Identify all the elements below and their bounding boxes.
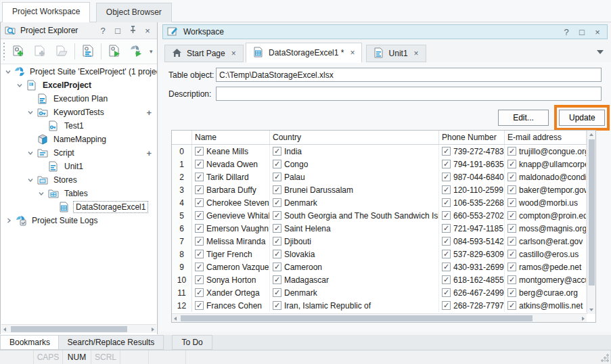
checkbox-checked[interactable]: ✓ bbox=[442, 263, 451, 271]
tree-item-tables[interactable]: Tables bbox=[1, 187, 157, 200]
checkbox-checked[interactable]: ✓ bbox=[273, 198, 281, 207]
checkbox-checked[interactable]: ✓ bbox=[442, 250, 451, 258]
tree-item-test1[interactable]: Test1 bbox=[1, 119, 157, 133]
checkbox-checked[interactable]: ✓ bbox=[195, 250, 204, 258]
checkbox-checked[interactable]: ✓ bbox=[442, 211, 451, 220]
checkbox-checked[interactable]: ✓ bbox=[507, 275, 516, 284]
maximize-icon[interactable]: □ bbox=[576, 27, 587, 37]
checkbox-checked[interactable]: ✓ bbox=[195, 301, 204, 310]
checkbox-checked[interactable]: ✓ bbox=[507, 224, 516, 233]
add-project-button[interactable] bbox=[8, 41, 28, 62]
chevron-expanded-icon[interactable] bbox=[26, 109, 35, 116]
checkbox-checked[interactable]: ✓ bbox=[195, 224, 204, 233]
tree-item-project-suite-logs[interactable]: Project Suite Logs bbox=[1, 214, 157, 227]
run-options-dropdown-icon[interactable]: ▾ bbox=[148, 48, 155, 55]
main-tab-object-browser[interactable]: Object Browser bbox=[96, 3, 172, 22]
checkbox-checked[interactable]: ✓ bbox=[442, 275, 451, 284]
checkbox-checked[interactable]: ✓ bbox=[507, 288, 516, 297]
checkbox-checked[interactable]: ✓ bbox=[273, 237, 281, 246]
tree-item-script[interactable]: Script+ bbox=[1, 146, 157, 160]
tree-item-project-suite-excelproject-1-project-[interactable]: Project Suite 'ExcelProject' (1 project) bbox=[1, 65, 157, 78]
checkbox-checked[interactable]: ✓ bbox=[507, 173, 516, 181]
checkbox-checked[interactable]: ✓ bbox=[195, 173, 204, 181]
doc-tab-start-page[interactable]: Start Page× bbox=[164, 45, 244, 62]
checkbox-checked[interactable]: ✓ bbox=[507, 263, 516, 271]
checkbox-checked[interactable]: ✓ bbox=[273, 160, 281, 168]
close-icon[interactable]: × bbox=[592, 27, 603, 37]
checkbox-checked[interactable]: ✓ bbox=[273, 250, 281, 258]
tree-item-excelproject[interactable]: ExcelProject bbox=[1, 78, 157, 92]
grid-column-header-country[interactable]: Country bbox=[270, 131, 439, 144]
help-icon[interactable]: ? bbox=[97, 26, 108, 36]
checkbox-checked[interactable]: ✓ bbox=[442, 198, 451, 207]
maximize-icon[interactable]: □ bbox=[112, 26, 123, 36]
main-tab-project-workspace[interactable]: Project Workspace bbox=[2, 2, 90, 22]
checkbox-checked[interactable]: ✓ bbox=[195, 275, 204, 284]
chevron-expanded-icon[interactable] bbox=[5, 68, 12, 75]
tree-item-keywordtests[interactable]: KeywordTests+ bbox=[1, 106, 157, 119]
checkbox-checked[interactable]: ✓ bbox=[273, 263, 281, 271]
tree-horizontal-scrollbar[interactable] bbox=[1, 324, 156, 333]
chevron-expanded-icon[interactable] bbox=[16, 82, 24, 89]
checkbox-checked[interactable]: ✓ bbox=[273, 275, 281, 284]
pin-icon[interactable] bbox=[127, 26, 138, 36]
checkbox-checked[interactable]: ✓ bbox=[442, 185, 451, 194]
tree-item-unit1[interactable]: Unit1 bbox=[1, 160, 157, 173]
tree-item-namemapping[interactable]: NameMapping bbox=[1, 133, 157, 146]
checkbox-checked[interactable]: ✓ bbox=[273, 211, 281, 220]
add-item-button[interactable]: + bbox=[146, 108, 152, 118]
checkbox-checked[interactable]: ✓ bbox=[442, 301, 451, 310]
chevron-expanded-icon[interactable] bbox=[37, 190, 45, 197]
checkbox-checked[interactable]: ✓ bbox=[195, 198, 204, 207]
table-object-input[interactable] bbox=[216, 68, 602, 82]
checkbox-checked[interactable]: ✓ bbox=[507, 250, 516, 258]
close-tab-icon[interactable]: × bbox=[231, 49, 236, 58]
checkbox-checked[interactable]: ✓ bbox=[195, 288, 204, 297]
checkbox-checked[interactable]: ✓ bbox=[442, 224, 451, 233]
tree-item-datastorageexcel1[interactable]: DataStorageExcel1 bbox=[1, 200, 157, 214]
checkbox-checked[interactable]: ✓ bbox=[195, 147, 204, 156]
execution-plan-button[interactable] bbox=[78, 41, 98, 62]
chevron-expanded-icon[interactable] bbox=[26, 150, 35, 156]
checkbox-checked[interactable]: ✓ bbox=[507, 185, 516, 194]
checkbox-checked[interactable]: ✓ bbox=[442, 147, 451, 156]
checkbox-checked[interactable]: ✓ bbox=[195, 263, 204, 271]
checkbox-checked[interactable]: ✓ bbox=[195, 211, 204, 220]
grid-vertical-scrollbar[interactable] bbox=[587, 131, 595, 314]
chevron-expanded-icon[interactable] bbox=[26, 177, 35, 183]
checkbox-checked[interactable]: ✓ bbox=[273, 185, 281, 194]
tree-item-stores[interactable]: Stores bbox=[1, 173, 157, 187]
checkbox-checked[interactable]: ✓ bbox=[442, 288, 451, 297]
checkbox-checked[interactable]: ✓ bbox=[507, 301, 516, 310]
help-icon[interactable]: ? bbox=[561, 27, 572, 37]
description-input[interactable] bbox=[216, 87, 602, 101]
close-icon[interactable]: × bbox=[142, 26, 153, 36]
bottom-tab-bookmarks[interactable]: Bookmarks bbox=[0, 335, 60, 350]
resize-grip[interactable] bbox=[601, 354, 609, 362]
checkbox-checked[interactable]: ✓ bbox=[507, 147, 516, 156]
grid-horizontal-scrollbar[interactable] bbox=[172, 313, 587, 322]
checkbox-checked[interactable]: ✓ bbox=[442, 237, 451, 246]
tree-item-execution-plan[interactable]: Execution Plan bbox=[1, 92, 157, 106]
edit-button[interactable]: Edit... bbox=[498, 110, 549, 126]
grid-column-header-rownum[interactable] bbox=[172, 131, 192, 144]
grid-column-header-e-mail-address[interactable]: E-mail address bbox=[505, 131, 587, 144]
checkbox-checked[interactable]: ✓ bbox=[195, 237, 204, 246]
checkbox-checked[interactable]: ✓ bbox=[195, 185, 204, 194]
bottom-tab-search-replace-results[interactable]: Search/Replace Results bbox=[58, 335, 164, 350]
checkbox-checked[interactable]: ✓ bbox=[273, 224, 281, 233]
bottom-tab-to-do[interactable]: To Do bbox=[172, 335, 212, 350]
close-tab-icon[interactable]: × bbox=[350, 48, 355, 58]
doc-tab-datastorageexcel1-[interactable]: DataStorageExcel1 *× bbox=[246, 43, 362, 63]
run-project-suite-button[interactable] bbox=[126, 41, 146, 62]
add-item-button[interactable]: + bbox=[146, 148, 152, 158]
chevron-collapsed-icon[interactable] bbox=[5, 217, 13, 224]
checkbox-checked[interactable]: ✓ bbox=[273, 301, 281, 310]
checkbox-checked[interactable]: ✓ bbox=[507, 198, 516, 207]
checkbox-checked[interactable]: ✓ bbox=[442, 173, 451, 181]
grid-column-header-name[interactable]: Name bbox=[192, 131, 270, 144]
checkbox-checked[interactable]: ✓ bbox=[507, 160, 516, 168]
checkbox-checked[interactable]: ✓ bbox=[507, 237, 516, 246]
grid-column-header-phone-number[interactable]: Phone Number bbox=[439, 131, 505, 144]
checkbox-checked[interactable]: ✓ bbox=[195, 160, 204, 168]
